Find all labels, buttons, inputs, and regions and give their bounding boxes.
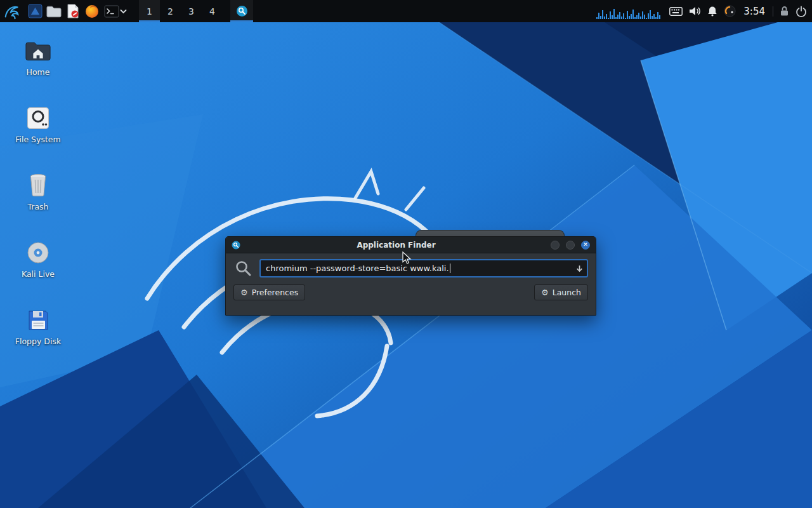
workspace-3[interactable]: 3 [181,0,202,22]
top-panel: 1 2 3 4 [0,0,812,22]
search-icon [235,260,252,277]
arrow-down-icon [575,264,584,272]
close-icon: ✕ [583,242,588,248]
desktop-icon-file-system[interactable]: File System [6,100,70,144]
volume-icon[interactable] [689,0,701,22]
launch-button-label: Launch [553,288,581,297]
maximize-button[interactable] [566,241,575,250]
application-finder-icon [236,5,248,17]
drive-icon [6,100,70,130]
desktop-icon-label: Trash [6,203,70,211]
text-caret [450,264,450,273]
workspace-switcher: 1 2 3 4 [139,0,223,22]
firefox-icon[interactable] [82,0,102,22]
desktop-icon-floppy-disk[interactable]: Floppy Disk [6,302,70,346]
workspace-1-label: 1 [147,6,152,17]
history-dropdown-arrow[interactable] [575,264,584,272]
folder-icon[interactable] [44,0,63,22]
desktop-icon-kali-live[interactable]: Kali Live [6,235,70,279]
desktop-icon-trash[interactable]: Trash [6,168,70,211]
dialog-body: chromium --password-store=basic www.kali… [226,253,596,307]
document-icon[interactable] [63,0,82,22]
gear-icon: ⚙ [240,288,248,297]
preferences-button-label: Preferences [252,288,299,297]
floppy-disk-icon [6,302,70,331]
launch-button[interactable]: ⚙ Launch [534,284,588,300]
keyboard-icon[interactable] [669,0,683,22]
workspace-2[interactable]: 2 [160,0,181,22]
home-folder-icon [6,33,70,62]
cpu-graph[interactable] [596,4,660,19]
trash-icon [6,168,70,197]
power-icon[interactable] [796,0,807,22]
dialog-titlebar[interactable]: Application Finder ✕ [226,237,596,253]
tray-indicator-icon[interactable] [724,0,736,22]
search-input[interactable]: chromium --password-store=basic www.kali… [259,259,588,277]
minimize-button[interactable] [551,241,560,250]
search-input-value: chromium --password-store=basic www.kali… [266,264,449,273]
preferences-button[interactable]: ⚙ Preferences [233,284,305,300]
panel-right-group: 3:54 [596,0,812,22]
desktop-icon-label: Home [6,68,70,77]
launch-icon: ⚙ [541,288,549,297]
workspace-2-label: 2 [167,6,173,17]
taskbar-application-finder[interactable] [230,0,253,22]
dialog-title: Application Finder [242,241,551,250]
panel-left-group: 1 2 3 4 [0,0,253,22]
panel-separator [773,6,773,17]
application-finder-window-icon [232,241,242,250]
workspace-4-label: 4 [209,6,215,17]
application-finder-dialog: Application Finder ✕ chromium --password… [225,236,596,316]
terminal-icon [104,5,119,18]
desktop-icon-home[interactable]: Home [6,33,70,77]
window-buttons: ✕ [551,241,590,250]
desktop-icon-label: Floppy Disk [6,337,70,346]
clock[interactable]: 3:54 [742,6,766,17]
workspace-3-label: 3 [188,6,194,17]
desktop-icon-label: File System [6,135,70,144]
workspace-4[interactable]: 4 [202,0,223,22]
chevron-down-icon [119,8,128,15]
kali-menu-icon[interactable] [1,0,22,22]
close-button[interactable]: ✕ [581,241,590,250]
lock-screen-icon[interactable] [780,0,789,22]
desktop-icon-label: Kali Live [6,270,70,279]
files-app-icon[interactable] [25,0,44,22]
disc-icon [6,235,70,264]
terminal-launcher[interactable] [102,0,130,22]
workspace-1[interactable]: 1 [139,0,160,22]
notifications-bell-icon[interactable] [707,0,717,22]
